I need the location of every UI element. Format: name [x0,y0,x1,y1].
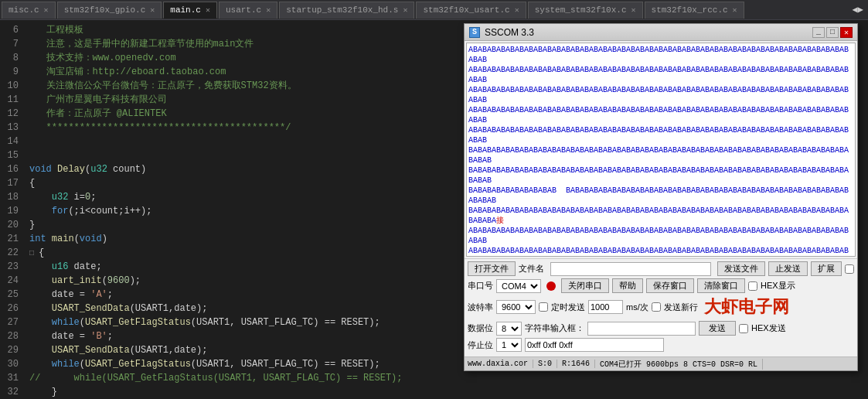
tab-close-usart[interactable]: ✕ [266,5,271,15]
open-file-button[interactable]: 打开文件 [468,261,516,276]
line-num-25: 25 [0,288,19,302]
tab-usart[interactable]: usart.c ✕ [219,2,277,19]
line-num-18: 18 [0,190,19,204]
interval-input[interactable] [588,300,623,314]
line-num-23: 23 [0,260,19,274]
sscom-minimize-button[interactable]: _ [812,27,825,38]
status-url: www.daxia.cor [468,360,533,368]
line-num-6: 6 [0,23,19,37]
baud-label: 波特率 [468,302,493,313]
port-select[interactable]: COM4 [496,279,541,293]
hex-display-label: HEX显示 [761,280,795,292]
tab-close-rcc[interactable]: ✕ [733,5,737,15]
line-num-11: 11 [0,93,19,107]
tab-close-gpio[interactable]: ✕ [150,5,155,15]
file-name-label: 文件名 [519,263,544,275]
ctrl-row-1: 打开文件 文件名 发送文件 止发送 扩展 [468,261,854,276]
stop-bits-label: 停止位 [468,339,493,351]
line-num-17: 17 [0,176,19,190]
ctrl-row-4: 数据位 8 字符串输入框： 发送 HEX发送 [468,321,854,336]
line-num-27: 27 [0,315,19,329]
tab-usart-c[interactable]: stm32f10x_usart.c ✕ [416,2,526,19]
line-num-22: 22 [0,246,19,260]
line-num-15: 15 [0,148,19,162]
save-window-button[interactable]: 保存窗口 [646,278,694,293]
sscom-app-icon: S [469,27,480,38]
ctrl-row-3: 波特率 9600 定时发送 ms/次 发送新行 大虾电子网 [468,295,854,319]
status-r: R:1646 [562,360,595,368]
clear-window-button[interactable]: 清除窗口 [697,278,745,293]
status-port-info: COM4已打开 9600bps 8 CTS=0 DSR=0 RL [600,359,763,370]
hex-send-label: HEX发送 [751,322,786,334]
expand-button[interactable]: 扩展 [811,261,842,276]
sscom-maximize-button[interactable]: □ [826,27,839,38]
send-new-label: 发送新行 [664,302,698,313]
tab-close-system[interactable]: ✕ [631,5,636,15]
sscom-title: SSCOM 3.3 [485,27,812,38]
connection-indicator [546,281,556,291]
line-num-16: 16 [0,162,19,176]
line-num-31: 31 [0,371,19,385]
file-name-input[interactable] [550,262,711,276]
tab-system[interactable]: system_stm32f10x.c ✕ [528,2,643,19]
sscom-status-bar: www.daxia.cor S:0 R:1646 COM4已打开 9600bps… [465,356,857,370]
port-label: 串口号 [468,280,493,292]
sscom-window: S SSCOM 3.3 _ □ ✕ ABABABABABABABABABABAB… [464,23,858,371]
send-new-checkbox[interactable] [652,302,661,312]
stop-bits-select[interactable]: 1 [496,338,522,352]
status-s: S:0 [538,360,557,368]
send-button[interactable]: 发送 [699,321,736,336]
tab-gpio[interactable]: stm32f10x_gpio.c ✕ [57,2,162,19]
line-num-14: 14 [0,135,19,148]
timed-send-checkbox[interactable] [539,302,548,312]
line-num-24: 24 [0,274,19,288]
line-num-29: 29 [0,343,19,357]
tab-scroll-arrows[interactable]: ◀▶ [848,4,868,15]
line-num-32: 32 [0,385,19,399]
help-button[interactable]: 帮助 [612,278,643,293]
hex-input-field[interactable] [525,338,664,352]
sscom-titlebar: S SSCOM 3.3 _ □ ✕ [465,24,857,41]
data-bits-select[interactable]: 8 [496,322,522,336]
hex-display-checkbox[interactable] [748,281,757,291]
line-num-12: 12 [0,107,19,121]
ms-label: ms/次 [626,302,648,313]
line-num-13: 13 [0,121,19,135]
sscom-display[interactable]: ABABABABABABABABABABABABABABABABABABABAB… [466,43,856,257]
char-input-label: 字符串输入框： [525,322,584,334]
line-num-26: 26 [0,302,19,315]
sscom-text-content: ABABABABABABABABABABABABABABABABABABABAB… [468,45,853,257]
tab-bar: misc.c ✕ stm32f10x_gpio.c ✕ main.c ✕ usa… [0,0,868,20]
close-port-button[interactable]: 关闭串口 [561,278,609,293]
brand-text: 大虾电子网 [704,295,789,319]
line-num-7: 7 [0,37,19,51]
send-file-button[interactable]: 发送文件 [717,261,765,276]
code-line-32: } [29,385,868,399]
code-line-31: // while(USART_GetFlagStatus(USART1, USA… [29,371,868,385]
line-num-20: 20 [0,218,19,232]
ctrl-row-5: 停止位 1 [468,338,854,352]
timed-send-label: 定时发送 [551,302,585,313]
tab-startup[interactable]: startup_stm32f10x_hd.s ✕ [279,2,414,19]
tab-close-usart-c[interactable]: ✕ [515,5,519,15]
tab-main[interactable]: main.c ✕ [163,2,217,19]
line-numbers: 6 7 8 9 10 11 12 13 14 15 16 17 18 19 20… [0,20,23,399]
line-num-10: 10 [0,79,19,93]
stop-send-button[interactable]: 止发送 [768,261,808,276]
tab-close-misc[interactable]: ✕ [44,5,49,15]
char-input-field[interactable] [587,322,696,336]
line-num-21: 21 [0,232,19,246]
line-num-8: 8 [0,51,19,65]
sscom-close-button[interactable]: ✕ [840,27,853,38]
line-num-19: 19 [0,204,19,218]
tab-misc[interactable]: misc.c ✕ [2,2,56,19]
tab-close-startup[interactable]: ✕ [403,5,407,15]
tab-close-main[interactable]: ✕ [206,5,210,15]
data-bits-label: 数据位 [468,322,493,334]
line-num-30: 30 [0,357,19,371]
line-num-9: 9 [0,65,19,79]
baud-select[interactable]: 9600 [496,300,536,314]
expand-checkbox[interactable] [845,264,854,274]
tab-rcc[interactable]: stm32f10x_rcc.c ✕ [645,2,744,19]
hex-send-checkbox[interactable] [739,324,748,333]
